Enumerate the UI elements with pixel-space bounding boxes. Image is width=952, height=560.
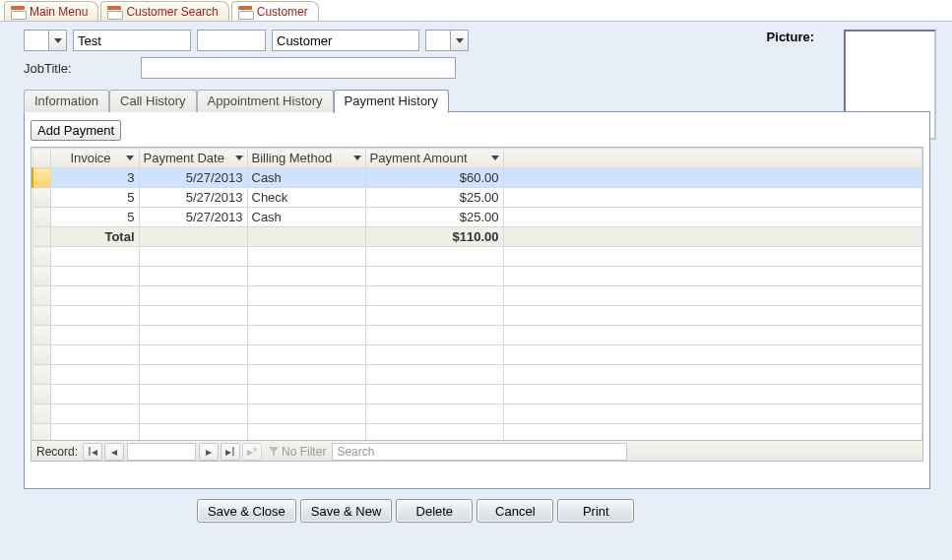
row-selector: [32, 267, 50, 286]
title-field[interactable]: [25, 31, 48, 50]
delete-button[interactable]: Delete: [396, 499, 473, 523]
empty-row: [32, 365, 922, 385]
empty-row: [32, 385, 922, 404]
jobtitle-label: JobTitle:: [24, 61, 72, 76]
cell-blank: [503, 168, 922, 188]
objtab-customer-search[interactable]: Customer Search: [100, 1, 228, 21]
chevron-down-icon: [126, 156, 134, 160]
suffix-field[interactable]: [426, 31, 450, 50]
chevron-down-icon: [353, 156, 361, 160]
no-filter-label: No Filter: [282, 445, 326, 459]
row-selector[interactable]: [32, 208, 50, 227]
middle-name-field[interactable]: [197, 30, 266, 51]
row-selector: [32, 286, 50, 306]
col-invoice[interactable]: Invoice: [50, 149, 139, 168]
nav-prev-button[interactable]: ◂: [104, 443, 124, 461]
total-row: Total$110.00: [32, 227, 922, 247]
cell-payment-date[interactable]: 5/27/2013: [139, 208, 247, 227]
last-name-field[interactable]: [272, 30, 419, 51]
tab-appointment-history[interactable]: Appointment History: [197, 90, 334, 112]
save-new-button[interactable]: Save & New: [300, 499, 393, 523]
column-menu-button[interactable]: [235, 156, 243, 160]
record-navigator: Record: I◂ ◂ ▸ ▸I ▸* No Filter Search: [31, 440, 923, 462]
table-row[interactable]: 55/27/2013Check$25.00: [32, 188, 922, 208]
cell-billing-method[interactable]: Cash: [247, 168, 365, 188]
col-label: Payment Amount: [370, 151, 468, 165]
col-extra: [503, 149, 922, 168]
row-selector: [32, 385, 50, 404]
grid-header-row: Invoice Payment Date Billing Method Paym…: [32, 149, 922, 168]
col-label: Payment Date: [144, 151, 224, 165]
column-menu-button[interactable]: [353, 156, 361, 160]
add-payment-button[interactable]: Add Payment: [31, 120, 121, 141]
dropdown-button[interactable]: [48, 31, 66, 50]
objtab-main-menu[interactable]: Main Menu: [4, 1, 98, 21]
total-amount: $110.00: [365, 227, 503, 247]
row-selector: [32, 247, 50, 267]
cancel-button[interactable]: Cancel: [476, 499, 553, 523]
tab-call-history[interactable]: Call History: [109, 90, 196, 112]
save-close-button[interactable]: Save & Close: [197, 499, 296, 523]
total-label: Total: [50, 227, 139, 247]
cell-payment-date[interactable]: 5/27/2013: [139, 188, 247, 208]
column-menu-button[interactable]: [491, 156, 499, 160]
nav-last-button[interactable]: ▸I: [221, 443, 240, 461]
suffix-combo[interactable]: [425, 30, 469, 51]
recnav-label: Record:: [32, 445, 82, 459]
cell-billing-method[interactable]: Cash: [247, 208, 365, 227]
chevron-down-icon: [456, 38, 464, 43]
cell-blank: [503, 188, 922, 208]
tab-information[interactable]: Information: [24, 90, 109, 112]
tab-payment-history[interactable]: Payment History: [334, 90, 449, 113]
col-billing-method[interactable]: Billing Method: [247, 149, 365, 168]
table-row[interactable]: 55/27/2013Cash$25.00: [32, 208, 922, 227]
table-row[interactable]: 35/27/2013Cash$60.00: [32, 168, 922, 188]
nav-counter[interactable]: [127, 443, 196, 461]
first-name-field[interactable]: [73, 30, 191, 51]
empty-row: [32, 345, 922, 365]
col-label: Invoice: [70, 151, 110, 165]
nav-next-button[interactable]: ▸: [199, 443, 219, 461]
form-icon: [11, 6, 25, 18]
cell-blank: [503, 227, 922, 247]
column-menu-button[interactable]: [126, 156, 134, 160]
nav-first-button[interactable]: I◂: [83, 443, 102, 461]
empty-row: [32, 306, 922, 326]
col-label: Billing Method: [252, 151, 333, 165]
cell-payment-amount[interactable]: $25.00: [365, 188, 503, 208]
col-payment-date[interactable]: Payment Date: [139, 149, 247, 168]
cell-invoice[interactable]: 5: [50, 208, 139, 227]
chevron-down-icon: [235, 156, 243, 160]
action-buttons: Save & Close Save & New Delete Cancel Pr…: [197, 499, 942, 523]
nav-new-button[interactable]: ▸*: [242, 443, 262, 461]
cell-invoice[interactable]: 5: [50, 188, 139, 208]
select-all-corner[interactable]: [32, 149, 50, 168]
cell-payment-amount[interactable]: $60.00: [365, 168, 503, 188]
cell-payment-date[interactable]: 5/27/2013: [139, 168, 247, 188]
jobtitle-field[interactable]: [141, 57, 456, 79]
cell-invoice[interactable]: 3: [50, 168, 139, 188]
row-selector[interactable]: [32, 188, 50, 208]
print-button[interactable]: Print: [557, 499, 634, 523]
recnav-search[interactable]: Search: [332, 443, 627, 461]
row-selector: [32, 326, 50, 345]
chevron-down-icon: [491, 156, 499, 160]
picture-label: Picture:: [767, 30, 814, 44]
objtab-label: Customer Search: [126, 5, 218, 19]
objtab-customer[interactable]: Customer: [231, 1, 319, 21]
empty-row: [32, 267, 922, 286]
row-selector[interactable]: [32, 168, 50, 188]
title-combo[interactable]: [24, 30, 67, 51]
cell-blank: [139, 227, 247, 247]
payment-grid: Invoice Payment Date Billing Method Paym…: [31, 147, 923, 462]
cell-payment-amount[interactable]: $25.00: [365, 208, 503, 227]
cell-billing-method[interactable]: Check: [247, 188, 365, 208]
search-placeholder: Search: [337, 445, 374, 459]
customer-header: JobTitle: Picture: Information Call Hist…: [0, 22, 952, 527]
col-payment-amount[interactable]: Payment Amount: [365, 149, 503, 168]
no-filter-indicator[interactable]: No Filter: [269, 445, 326, 459]
row-selector: [32, 365, 50, 385]
empty-row: [32, 286, 922, 306]
empty-row: [32, 247, 922, 267]
dropdown-button[interactable]: [450, 31, 468, 50]
